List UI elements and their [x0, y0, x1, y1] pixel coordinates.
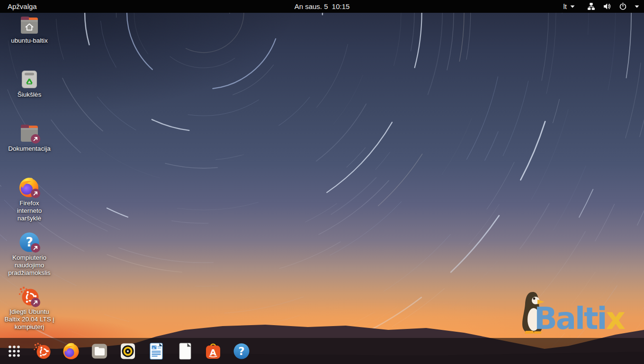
desktop-icon-installer[interactable]: Įdiegti Ubuntu Baltix 20.04 LTS į kompiu…: [3, 285, 56, 331]
dock-libreoffice-writer[interactable]: [142, 338, 170, 364]
writer-document-icon: [147, 342, 166, 361]
desktop-icon-label: Šiukšlės: [18, 91, 41, 99]
app-grid-icon: [5, 342, 24, 361]
question-mark-icon: ?: [232, 342, 251, 361]
dock-ubuntu-installer[interactable]: [28, 338, 57, 364]
logo-text-blue: Balti: [534, 301, 606, 336]
power-icon: [619, 2, 627, 10]
svg-text:A: A: [210, 347, 216, 357]
chevron-down-icon: [570, 5, 575, 8]
network-wired-icon: [587, 2, 595, 10]
dock-ubuntu-software[interactable]: A: [199, 338, 227, 364]
volume-icon: [603, 2, 611, 10]
top-bar: Apžvalga An saus. 5 10:15 lt: [0, 0, 644, 13]
desktop-icon-label: Firefox interneto naršyklė: [17, 200, 42, 222]
dock-help[interactable]: ?: [227, 338, 256, 364]
folder-symlink-icon: [18, 122, 41, 144]
keyboard-layout-indicator[interactable]: lt: [564, 2, 575, 10]
symlink-badge: [31, 134, 40, 144]
svg-text:?: ?: [238, 345, 244, 357]
wallpaper: Baltix: [0, 0, 644, 364]
desktop-icon-label: Įdiegti Ubuntu Baltix 20.04 LTS į kompiu…: [5, 308, 54, 331]
trash-recycle-icon: [18, 68, 41, 90]
question-mark-symlink-icon: ?: [18, 231, 41, 253]
activities-button[interactable]: Apžvalga: [5, 2, 40, 10]
firefox-icon: [62, 342, 80, 361]
desktop-icon-documentation[interactable]: Dokumentacija: [3, 122, 56, 153]
ubuntu-circle-of-friends-icon: [33, 342, 52, 361]
desktop-icon-label: ubuntu-baltix: [11, 37, 47, 45]
baltix-logo: Baltix: [521, 284, 639, 336]
dock-rhythmbox[interactable]: [114, 338, 142, 364]
dock-files[interactable]: [85, 338, 114, 364]
dock-show-applications[interactable]: [0, 338, 28, 364]
baltix-logo-text: Baltix: [534, 303, 624, 334]
chevron-down-icon: [635, 5, 639, 8]
desktop-icon-label: Kompiuterio naudojimo pradžiamokslis: [8, 254, 50, 277]
desktop-icon-home-folder[interactable]: ubuntu-baltix: [3, 14, 56, 45]
symlink-badge: [31, 189, 40, 198]
ubuntu-installer-symlink-icon: [18, 285, 41, 307]
dock-libreoffice[interactable]: [170, 338, 199, 364]
speaker-icon: [118, 342, 137, 361]
dock: A ?: [0, 338, 644, 364]
desktop-icon-trash[interactable]: Šiukšlės: [3, 68, 56, 99]
firefox-symlink-icon: [18, 177, 41, 199]
logo-text-yellow: x: [606, 301, 624, 336]
dock-firefox[interactable]: [57, 338, 85, 364]
blank-document-icon: [175, 342, 194, 361]
symlink-badge: [31, 243, 40, 253]
desktop-icon-label: Dokumentacija: [8, 145, 50, 153]
symlink-badge: [31, 298, 40, 307]
keyboard-layout-label: lt: [564, 2, 567, 10]
folder-icon: [90, 342, 109, 361]
clock-button[interactable]: An saus. 5 10:15: [295, 2, 350, 10]
desktop-screen: Baltix Apžvalga An saus. 5 10:15 lt: [0, 0, 644, 364]
software-bag-icon: A: [204, 342, 223, 361]
desktop-icon-firefox[interactable]: Firefox interneto naršyklė: [3, 177, 56, 222]
desktop-icon-getting-started[interactable]: ? Kompiuterio naudojimo pradžiamokslis: [3, 231, 56, 277]
home-folder-icon: [18, 14, 41, 36]
system-status-area[interactable]: lt: [564, 2, 640, 10]
